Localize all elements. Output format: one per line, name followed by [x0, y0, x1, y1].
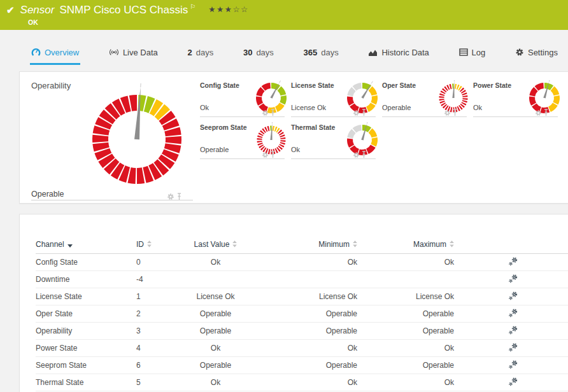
- column-label: ID: [136, 240, 144, 249]
- main-gauge-value: Operable: [31, 190, 64, 199]
- table-row[interactable]: Oper State2OperableOperableOperable: [36, 305, 568, 323]
- gauge-cell-config-state: Config StateOk: [200, 78, 289, 118]
- sort-icon[interactable]: [353, 241, 357, 249]
- cell-min: Operable: [239, 305, 357, 323]
- gear-icon[interactable]: [353, 108, 360, 119]
- cell-id: 6: [136, 357, 192, 374]
- gauge-cell-oper-state: Oper StateOperable: [382, 78, 471, 118]
- cell-last: Operable: [192, 323, 239, 340]
- gauge-value: Ok: [200, 104, 209, 111]
- gear-icon[interactable]: [167, 192, 174, 203]
- tab-live-data[interactable]: Live Data: [108, 39, 159, 65]
- cell-last: License Ok: [192, 288, 239, 305]
- sort-icon[interactable]: [147, 241, 152, 249]
- tab-2-days[interactable]: 2days: [187, 39, 215, 65]
- tab-settings[interactable]: Settings: [514, 39, 559, 65]
- gear-icon[interactable]: [444, 108, 451, 119]
- tab-30-days[interactable]: 30days: [242, 39, 275, 65]
- sensor-status-bar: ✔ Sensor SNMP Cisco UCS Chassis ⚐ ★★★☆☆ …: [0, 0, 568, 30]
- sort-icon[interactable]: [450, 241, 454, 249]
- cell-min: Ok: [239, 374, 357, 391]
- cell-last: Ok: [192, 340, 239, 357]
- cell-channel: Operability: [36, 323, 136, 340]
- column-header-id[interactable]: ID: [136, 236, 192, 254]
- column-header-last[interactable]: Last Value: [192, 236, 239, 254]
- tab-overview[interactable]: Overview: [30, 39, 80, 65]
- table-row[interactable]: Downtime-4: [36, 271, 568, 288]
- cell-max: License Ok: [357, 288, 454, 305]
- channels-table: ChannelIDLast ValueMinimumMaximum Config…: [36, 236, 568, 391]
- table-row[interactable]: Seeprom State6OperableOperableOperable: [36, 357, 568, 374]
- channel-settings-icon[interactable]: [508, 346, 518, 354]
- gear-icon[interactable]: [262, 108, 269, 119]
- pin-icon[interactable]: [176, 192, 182, 203]
- sort-desc-icon[interactable]: [67, 241, 73, 249]
- table-row[interactable]: License State1License OkLicense OkLicens…: [36, 288, 568, 305]
- flag-icon[interactable]: ⚐: [190, 3, 195, 10]
- gear-icon[interactable]: [353, 150, 360, 161]
- table-row[interactable]: Config State0OkOkOk: [36, 254, 568, 271]
- gear-icon[interactable]: [262, 150, 269, 161]
- gear-icon[interactable]: [535, 108, 542, 119]
- column-label: Maximum: [413, 240, 446, 249]
- tab-log[interactable]: Log: [458, 39, 487, 65]
- column-header-channel[interactable]: Channel: [36, 236, 136, 254]
- tab-label: Settings: [528, 48, 558, 57]
- sort-icon[interactable]: [232, 241, 237, 249]
- column-label: Last Value: [194, 240, 230, 249]
- tab-365-days[interactable]: 365days: [302, 39, 340, 65]
- channel-settings-icon[interactable]: [508, 277, 518, 286]
- cell-last: Operable: [192, 305, 239, 323]
- channel-settings-icon[interactable]: [508, 294, 518, 303]
- gauge-title: Seeprom State: [200, 123, 247, 131]
- tab-number: 2: [188, 48, 192, 57]
- cell-max: Operable: [357, 305, 454, 323]
- cell-channel: Config State: [36, 254, 136, 271]
- cell-last: [192, 271, 239, 288]
- priority-stars[interactable]: ★★★☆☆: [208, 4, 249, 14]
- cell-max: Operable: [357, 323, 454, 340]
- pin-icon[interactable]: [361, 150, 367, 161]
- gauge-icon: [31, 48, 41, 57]
- gauge-value: Ok: [473, 104, 482, 111]
- table-row[interactable]: Operability3OperableOperableOperable: [36, 323, 568, 340]
- channels-panel: ChannelIDLast ValueMinimumMaximum Config…: [19, 214, 568, 392]
- column-header-min[interactable]: Minimum: [239, 236, 357, 254]
- cell-max: Ok: [357, 340, 454, 357]
- pin-icon[interactable]: [543, 108, 549, 119]
- tab-label: Overview: [45, 48, 79, 57]
- table-row[interactable]: Power State4OkOkOk: [36, 340, 568, 357]
- column-header-max[interactable]: Maximum: [357, 236, 454, 254]
- channel-settings-icon[interactable]: [508, 380, 518, 389]
- pin-icon[interactable]: [270, 108, 276, 119]
- channel-settings-icon[interactable]: [508, 363, 518, 372]
- pin-icon[interactable]: [270, 150, 276, 161]
- cell-id: 2: [136, 305, 192, 323]
- cell-last: Operable: [192, 357, 239, 374]
- channel-settings-icon[interactable]: [508, 260, 518, 269]
- cell-id: 4: [136, 340, 192, 357]
- tab-number: 365: [304, 48, 318, 57]
- main-gauge-title: Operability: [31, 81, 71, 90]
- cell-min: License Ok: [239, 288, 357, 305]
- cell-channel: Thermal State: [36, 374, 136, 391]
- pin-icon[interactable]: [452, 108, 458, 119]
- gauge-cell-power-state: Power StateOk: [473, 78, 562, 118]
- channel-settings-icon[interactable]: [508, 311, 518, 320]
- tab-label: days: [196, 48, 213, 57]
- cell-channel: Seeprom State: [36, 357, 136, 374]
- cell-min: Ok: [239, 254, 357, 271]
- main-gauge: [81, 83, 193, 195]
- gauge-value: License Ok: [291, 104, 326, 111]
- channel-settings-icon[interactable]: [508, 328, 518, 337]
- cell-id: 0: [136, 254, 192, 271]
- table-row[interactable]: Thermal State5OkOkOk: [36, 374, 568, 391]
- tab-historic-data[interactable]: Historic Data: [367, 39, 430, 65]
- tab-label: Log: [472, 48, 486, 57]
- gauges-panel: Operability Operable Config StateOkLicen…: [19, 71, 568, 204]
- cell-id: -4: [136, 271, 192, 288]
- page-title: SNMP Cisco UCS Chassis: [59, 4, 188, 17]
- pin-icon[interactable]: [361, 108, 367, 119]
- cell-min: Operable: [239, 357, 357, 374]
- gauge-title: Oper State: [382, 81, 416, 89]
